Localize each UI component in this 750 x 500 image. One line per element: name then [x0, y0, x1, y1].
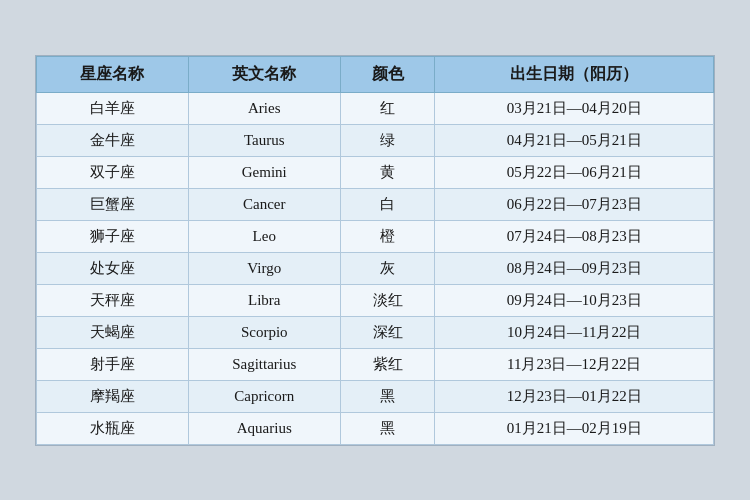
zodiac-table-container: 星座名称 英文名称 颜色 出生日期（阳历） 白羊座Aries红03月21日—04… — [35, 55, 715, 446]
header-zh-name: 星座名称 — [37, 56, 189, 92]
table-row: 天蝎座Scorpio深红10月24日—11月22日 — [37, 316, 714, 348]
cell-color: 淡红 — [340, 284, 435, 316]
table-row: 水瓶座Aquarius黑01月21日—02月19日 — [37, 412, 714, 444]
cell-en-name: Taurus — [188, 124, 340, 156]
table-row: 天秤座Libra淡红09月24日—10月23日 — [37, 284, 714, 316]
table-row: 金牛座Taurus绿04月21日—05月21日 — [37, 124, 714, 156]
cell-date: 07月24日—08月23日 — [435, 220, 714, 252]
table-row: 射手座Sagittarius紫红11月23日—12月22日 — [37, 348, 714, 380]
cell-date: 09月24日—10月23日 — [435, 284, 714, 316]
cell-color: 橙 — [340, 220, 435, 252]
cell-color: 深红 — [340, 316, 435, 348]
cell-color: 紫红 — [340, 348, 435, 380]
cell-color: 红 — [340, 92, 435, 124]
cell-color: 黄 — [340, 156, 435, 188]
cell-color: 绿 — [340, 124, 435, 156]
cell-date: 11月23日—12月22日 — [435, 348, 714, 380]
cell-date: 12月23日—01月22日 — [435, 380, 714, 412]
table-row: 巨蟹座Cancer白06月22日—07月23日 — [37, 188, 714, 220]
cell-date: 04月21日—05月21日 — [435, 124, 714, 156]
cell-zh-name: 水瓶座 — [37, 412, 189, 444]
cell-en-name: Aquarius — [188, 412, 340, 444]
cell-en-name: Leo — [188, 220, 340, 252]
cell-en-name: Libra — [188, 284, 340, 316]
cell-color: 黑 — [340, 412, 435, 444]
cell-date: 06月22日—07月23日 — [435, 188, 714, 220]
cell-zh-name: 摩羯座 — [37, 380, 189, 412]
header-date: 出生日期（阳历） — [435, 56, 714, 92]
cell-en-name: Gemini — [188, 156, 340, 188]
cell-color: 灰 — [340, 252, 435, 284]
cell-zh-name: 狮子座 — [37, 220, 189, 252]
table-row: 白羊座Aries红03月21日—04月20日 — [37, 92, 714, 124]
table-body: 白羊座Aries红03月21日—04月20日金牛座Taurus绿04月21日—0… — [37, 92, 714, 444]
cell-zh-name: 射手座 — [37, 348, 189, 380]
table-header-row: 星座名称 英文名称 颜色 出生日期（阳历） — [37, 56, 714, 92]
cell-en-name: Cancer — [188, 188, 340, 220]
cell-en-name: Capricorn — [188, 380, 340, 412]
cell-date: 05月22日—06月21日 — [435, 156, 714, 188]
cell-date: 08月24日—09月23日 — [435, 252, 714, 284]
cell-en-name: Sagittarius — [188, 348, 340, 380]
cell-date: 03月21日—04月20日 — [435, 92, 714, 124]
cell-date: 10月24日—11月22日 — [435, 316, 714, 348]
table-row: 摩羯座Capricorn黑12月23日—01月22日 — [37, 380, 714, 412]
cell-zh-name: 天秤座 — [37, 284, 189, 316]
table-row: 狮子座Leo橙07月24日—08月23日 — [37, 220, 714, 252]
cell-en-name: Aries — [188, 92, 340, 124]
cell-zh-name: 金牛座 — [37, 124, 189, 156]
zodiac-table: 星座名称 英文名称 颜色 出生日期（阳历） 白羊座Aries红03月21日—04… — [36, 56, 714, 445]
cell-zh-name: 白羊座 — [37, 92, 189, 124]
cell-zh-name: 双子座 — [37, 156, 189, 188]
cell-color: 白 — [340, 188, 435, 220]
cell-en-name: Scorpio — [188, 316, 340, 348]
header-en-name: 英文名称 — [188, 56, 340, 92]
table-row: 处女座Virgo灰08月24日—09月23日 — [37, 252, 714, 284]
cell-zh-name: 巨蟹座 — [37, 188, 189, 220]
header-color: 颜色 — [340, 56, 435, 92]
cell-en-name: Virgo — [188, 252, 340, 284]
table-row: 双子座Gemini黄05月22日—06月21日 — [37, 156, 714, 188]
cell-zh-name: 处女座 — [37, 252, 189, 284]
cell-date: 01月21日—02月19日 — [435, 412, 714, 444]
cell-color: 黑 — [340, 380, 435, 412]
cell-zh-name: 天蝎座 — [37, 316, 189, 348]
